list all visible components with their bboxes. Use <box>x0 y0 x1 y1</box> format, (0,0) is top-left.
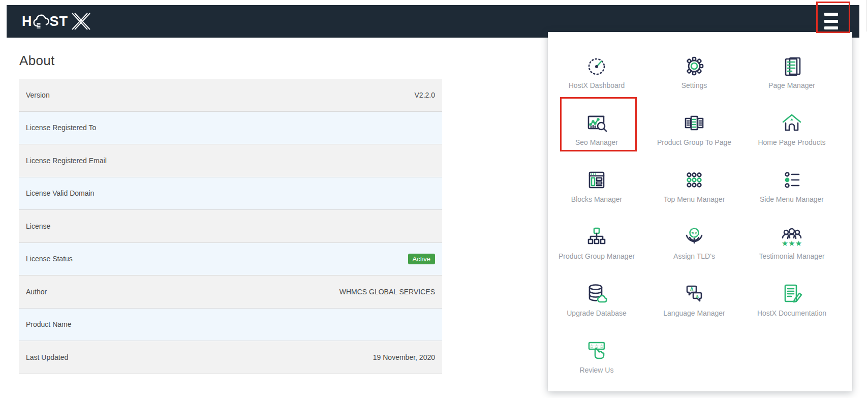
database-icon <box>584 282 609 306</box>
menu-item-label: Page Manager <box>768 81 815 89</box>
menu-item-product-group-to-page[interactable]: Product Group To Page <box>645 100 743 157</box>
menu-item-testimonial-manager[interactable]: ★★★ Testimonial Manager <box>743 214 841 271</box>
menu-item-upgrade-database[interactable]: Upgrade Database <box>548 271 645 328</box>
row-label: Last Updated <box>26 353 68 361</box>
menu-item-hostx-documentation[interactable]: HostX Documentation <box>743 271 841 328</box>
menu-item-review-us[interactable]: ☆☆☆ Review Us <box>548 328 645 385</box>
menu-item-label: Settings <box>681 81 707 89</box>
side-menu-icon <box>780 168 804 192</box>
svg-text:a: a <box>696 294 699 299</box>
row-label: Author <box>26 288 47 296</box>
table-row-license-status: License Status Active <box>19 243 442 276</box>
menu-item-label: Top Menu Manager <box>664 195 725 203</box>
table-row-license: License <box>19 210 442 243</box>
menu-item-label: Product Group To Page <box>657 138 731 146</box>
table-row-last-updated: Last Updated 19 November, 2020 <box>19 341 442 374</box>
documentation-icon <box>780 282 804 306</box>
menu-item-hostx-dashboard[interactable]: HostX Dashboard <box>548 43 645 100</box>
table-row-author: Author WHMCS GLOBAL SERVICES <box>19 275 442 309</box>
hostx-logo: H ST <box>22 12 90 31</box>
menu-item-language-manager[interactable]: A a Language Manager <box>645 271 743 328</box>
dashboard-icon <box>584 54 609 78</box>
row-label: License Registered To <box>26 124 96 132</box>
menu-grid: HostX Dashboard <box>548 32 852 385</box>
panels-icon <box>682 111 706 135</box>
home-icon <box>780 111 804 135</box>
menu-item-label: Review Us <box>580 366 614 374</box>
cloud-icon <box>33 13 50 29</box>
admin-dropdown-menu: HostX Dashboard <box>548 32 852 391</box>
highlight-box-seo-manager <box>560 97 637 151</box>
menu-item-label: Upgrade Database <box>567 309 627 317</box>
viewport-edge-line <box>866 0 866 32</box>
row-label: License Valid Domain <box>26 189 94 197</box>
menu-item-product-group-manager[interactable]: Product Group Manager <box>548 214 645 271</box>
menu-item-top-menu-manager[interactable]: Top Menu Manager <box>645 157 743 214</box>
table-row-product-name: Product Name <box>19 309 442 342</box>
about-table: Version V2.2.0 License Registered To Lic… <box>19 79 442 374</box>
menu-item-label: Product Group Manager <box>559 252 635 260</box>
svg-text:TLD: TLD <box>691 232 697 235</box>
logo-x-mark <box>70 12 90 31</box>
row-label: License Registered Email <box>26 157 107 165</box>
gear-icon <box>682 54 706 78</box>
row-label: Version <box>26 91 50 99</box>
menu-item-home-page-products[interactable]: Home Page Products <box>743 100 841 157</box>
menu-item-label: Blocks Manager <box>571 195 622 203</box>
menu-item-label: Testimonial Manager <box>759 252 824 260</box>
row-label: License Status <box>26 255 73 263</box>
review-icon: ☆☆☆ <box>584 339 609 363</box>
highlight-box-menu-button <box>816 2 850 33</box>
row-label: License <box>26 222 50 230</box>
row-value: V2.2.0 <box>415 91 435 99</box>
hierarchy-icon <box>584 225 609 249</box>
page-title: About <box>19 53 54 69</box>
menu-item-label: HostX Documentation <box>757 309 826 317</box>
svg-text:☆☆☆: ☆☆☆ <box>589 343 604 349</box>
table-row-version: Version V2.2.0 <box>19 79 442 112</box>
row-label: Product Name <box>26 320 71 328</box>
table-row-license-registered-to: License Registered To <box>19 112 442 145</box>
svg-text:★★★: ★★★ <box>782 239 802 248</box>
top-menu-icon <box>682 168 706 192</box>
menu-item-label: Language Manager <box>663 309 725 317</box>
table-row-license-registered-email: License Registered Email <box>19 144 442 177</box>
menu-item-label: Side Menu Manager <box>760 195 824 203</box>
logo-text-st: ST <box>50 15 69 28</box>
blocks-icon <box>584 168 609 192</box>
table-row-license-valid-domain: License Valid Domain <box>19 177 442 210</box>
tld-globe-icon: TLD <box>682 225 706 249</box>
status-badge: Active <box>408 254 435 264</box>
menu-item-side-menu-manager[interactable]: Side Menu Manager <box>743 157 841 214</box>
menu-item-label: Home Page Products <box>758 138 825 146</box>
menu-item-page-manager[interactable]: Page Manager <box>743 43 841 100</box>
row-value: WHMCS GLOBAL SERVICES <box>339 288 435 296</box>
menu-item-assign-tlds[interactable]: TLD Assign TLD's <box>645 214 743 271</box>
menu-item-label: HostX Dashboard <box>569 81 625 89</box>
menu-item-settings[interactable]: Settings <box>645 43 743 100</box>
menu-item-blocks-manager[interactable]: Blocks Manager <box>548 157 645 214</box>
svg-text:A: A <box>690 287 693 292</box>
pages-icon <box>780 54 804 78</box>
row-value: 19 November, 2020 <box>373 353 435 361</box>
logo-text-h: H <box>22 15 33 28</box>
menu-item-label: Assign TLD's <box>673 252 715 260</box>
language-icon: A a <box>682 282 706 306</box>
testimonial-icon: ★★★ <box>780 225 804 249</box>
